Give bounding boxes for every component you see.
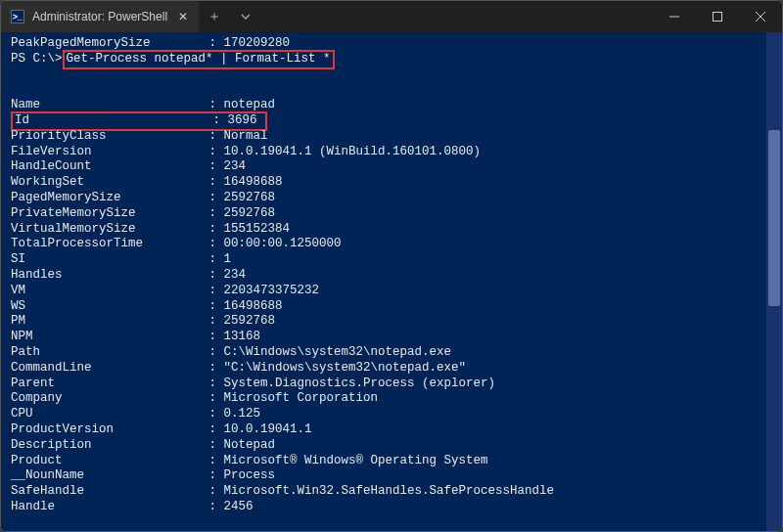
- powershell-icon: >_: [11, 10, 24, 23]
- chevron-down-icon: [241, 12, 251, 22]
- tabs-dropdown-button[interactable]: [230, 1, 261, 32]
- maximize-icon: [713, 12, 722, 22]
- app-window: >_ Administrator: PowerShell ✕ ＋ PeakPag…: [0, 0, 783, 532]
- window-controls: [653, 1, 782, 32]
- highlight-id-row: Id : 3696: [11, 111, 267, 131]
- scroll-thumb[interactable]: [768, 130, 780, 306]
- new-tab-button[interactable]: ＋: [199, 1, 230, 32]
- maximize-button[interactable]: [696, 1, 739, 32]
- terminal-output[interactable]: PeakPagedMemorySize : 170209280 PS C:\>G…: [1, 32, 782, 531]
- tab-active[interactable]: >_ Administrator: PowerShell ✕: [1, 1, 199, 32]
- minimize-icon: [669, 12, 679, 22]
- tab-title: Administrator: PowerShell: [32, 10, 167, 23]
- tab-close-button[interactable]: ✕: [175, 9, 191, 24]
- highlight-command: Get-Process notepad* | Format-List *: [63, 50, 335, 69]
- close-button[interactable]: [739, 1, 782, 32]
- close-icon: [756, 12, 765, 22]
- titlebar-drag-area[interactable]: [261, 1, 653, 32]
- minimize-button[interactable]: [653, 1, 696, 32]
- svg-rect-1: [714, 13, 722, 22]
- vertical-scrollbar[interactable]: [766, 32, 782, 531]
- titlebar[interactable]: >_ Administrator: PowerShell ✕ ＋: [1, 1, 782, 32]
- terminal-text: PeakPagedMemorySize : 170209280 PS C:\>G…: [11, 36, 782, 515]
